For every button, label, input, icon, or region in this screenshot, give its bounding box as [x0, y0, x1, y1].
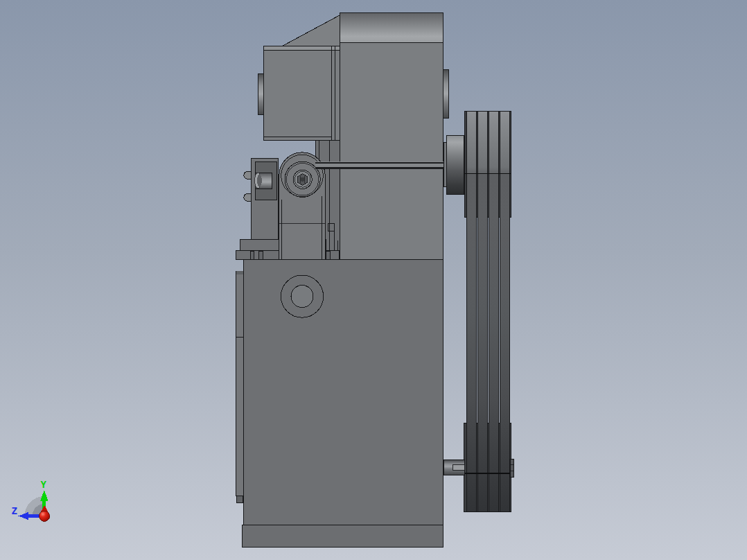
left-stub-cylinder[interactable] [258, 73, 264, 114]
belt-3[interactable] [489, 112, 499, 512]
cad-viewport[interactable]: Y Z [0, 0, 747, 560]
mount-bracket[interactable] [251, 158, 279, 240]
belt-2[interactable] [478, 112, 488, 512]
origin-sphere [39, 511, 50, 521]
side-strip-foot[interactable] [237, 496, 243, 502]
right-stub-cylinder[interactable] [443, 69, 448, 118]
gusset-web[interactable] [282, 15, 340, 46]
y-arrowhead-icon [40, 490, 49, 501]
cad-canvas[interactable]: Y Z [0, 0, 747, 560]
shaft-keyway[interactable] [453, 465, 465, 470]
base-plate[interactable] [243, 525, 443, 548]
belt-4[interactable] [500, 112, 510, 512]
side-strip-cap [236, 271, 244, 274]
left-pins[interactable] [244, 172, 252, 201]
orientation-triad: Y Z [12, 479, 50, 521]
socket-bore [300, 177, 304, 182]
z-axis-label: Z [12, 505, 17, 516]
pedestal-notch [258, 252, 263, 259]
z-arrowhead-icon [19, 512, 29, 520]
flange-highlight [264, 46, 340, 50]
belt-1[interactable] [467, 112, 477, 512]
belt-drive[interactable] [443, 112, 514, 512]
pedestal-notch [326, 252, 330, 259]
shaft-boss-inner[interactable] [291, 286, 313, 308]
machine-assembly[interactable] [236, 13, 514, 548]
pin-end-bore [257, 175, 262, 187]
pedestal-notch [251, 252, 254, 259]
side-strip-plate[interactable] [236, 271, 244, 503]
upper-housing[interactable] [340, 13, 443, 260]
pin-lower[interactable] [244, 194, 252, 201]
y-axis-label: Y [41, 479, 47, 490]
pulley-retainer-tab[interactable] [511, 460, 514, 478]
housing-top-cylinder[interactable] [340, 13, 443, 43]
output-shaft[interactable] [443, 460, 464, 475]
link-rod[interactable] [315, 161, 447, 169]
pin-upper[interactable] [244, 172, 252, 179]
upper-pulley-hub[interactable] [446, 135, 464, 195]
gearbox-body[interactable] [244, 260, 443, 525]
left-housing[interactable] [264, 46, 340, 141]
